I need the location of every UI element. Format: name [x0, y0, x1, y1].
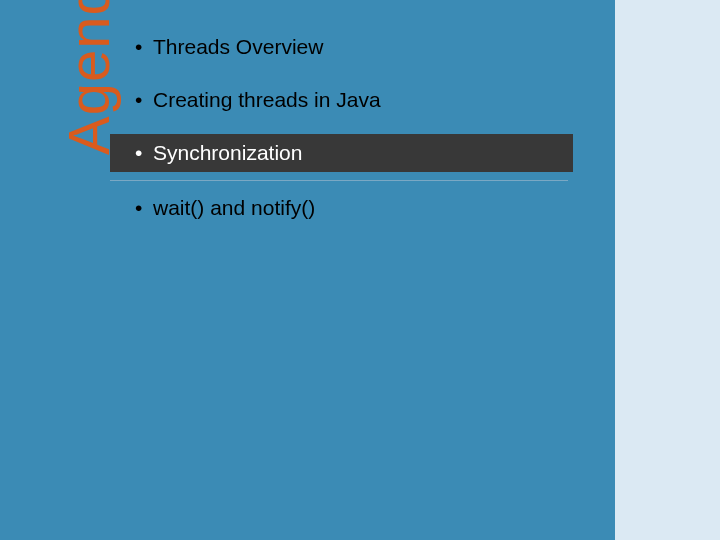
bullet-icon: •	[135, 87, 153, 112]
list-item: • Threads Overview	[115, 20, 595, 73]
bullet-icon: •	[135, 34, 153, 59]
agenda-list: • Threads Overview • Creating threads in…	[115, 20, 595, 234]
list-item: • wait() and notify()	[115, 181, 595, 234]
list-item-current: • Synchronization	[110, 134, 573, 171]
list-item-text: Threads Overview	[153, 34, 323, 59]
slide-title: Agenda	[55, 0, 122, 155]
list-item-text: Creating threads in Java	[153, 87, 381, 112]
bullet-icon: •	[135, 195, 153, 220]
bullet-icon: •	[135, 140, 153, 165]
list-item-text: Synchronization	[153, 140, 302, 165]
slide: Agenda • Threads Overview • Creating thr…	[0, 0, 720, 540]
list-item-text: wait() and notify()	[153, 195, 315, 220]
list-item: • Creating threads in Java	[115, 73, 595, 126]
decorative-stripe	[615, 0, 720, 540]
